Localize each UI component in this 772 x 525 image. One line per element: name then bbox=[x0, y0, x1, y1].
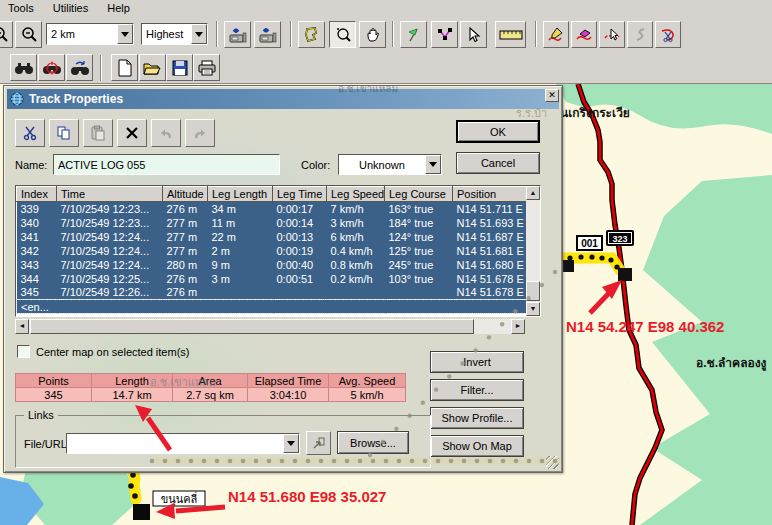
table-row[interactable]: 3417/10/2549 12:24...277 m22 m0:00:136 k… bbox=[17, 230, 528, 244]
track-select-tool-button[interactable] bbox=[599, 21, 625, 48]
column-header[interactable]: Position bbox=[453, 187, 528, 202]
map-region-tool-button[interactable] bbox=[298, 21, 325, 48]
center-map-checkbox[interactable] bbox=[17, 345, 30, 358]
track-join-tool-button[interactable] bbox=[627, 21, 653, 48]
waypoint-flag-tool-button[interactable] bbox=[400, 21, 427, 48]
track-points-table[interactable]: IndexTimeAltitudeLeg LengthLeg TimeLeg S… bbox=[16, 186, 528, 314]
cut-button[interactable] bbox=[15, 119, 45, 147]
track-draw-tool-button[interactable] bbox=[543, 21, 569, 48]
scale-dropdown-arrow[interactable] bbox=[117, 24, 133, 44]
delete-button[interactable] bbox=[117, 119, 147, 147]
village-label-box: ขนุนคลี่ bbox=[153, 491, 205, 506]
close-icon: ✕ bbox=[548, 90, 556, 100]
links-group-label: Links bbox=[24, 409, 58, 421]
map-scale-select[interactable]: 2 km bbox=[46, 23, 134, 45]
redo-button[interactable] bbox=[185, 119, 215, 147]
paste-button[interactable] bbox=[83, 119, 113, 147]
find-nearest-button[interactable] bbox=[38, 54, 65, 81]
color-dropdown-arrow[interactable] bbox=[425, 155, 441, 174]
map-detail-select[interactable]: Highest bbox=[141, 23, 208, 45]
undo-button[interactable] bbox=[151, 119, 181, 147]
pan-hand-tool-button[interactable] bbox=[359, 21, 386, 48]
color-select[interactable]: Unknown bbox=[338, 154, 442, 175]
filter-button[interactable]: Filter... bbox=[430, 379, 524, 401]
cut-icon bbox=[22, 125, 38, 141]
stats-value-cell: 345 bbox=[16, 388, 92, 402]
column-header[interactable]: Leg Time bbox=[273, 187, 327, 202]
menu-tools[interactable]: Tools bbox=[0, 0, 42, 14]
table-row[interactable]: 3427/10/2549 12:24...277 m2 m0:00:190.4 … bbox=[17, 244, 528, 258]
file-url-input[interactable] bbox=[66, 433, 300, 454]
zoom-out-button[interactable] bbox=[15, 21, 42, 48]
column-header[interactable]: Leg Speed bbox=[327, 187, 385, 202]
table-header-row: IndexTimeAltitudeLeg LengthLeg TimeLeg S… bbox=[17, 187, 528, 202]
vertical-scroll-thumb[interactable] bbox=[526, 281, 540, 301]
invert-button[interactable]: Invert bbox=[430, 351, 524, 373]
menu-help[interactable]: Help bbox=[99, 0, 138, 14]
ok-button[interactable]: OK bbox=[456, 120, 540, 143]
show-profile-button[interactable]: Show Profile... bbox=[430, 407, 524, 429]
selection-tool-button[interactable] bbox=[460, 21, 487, 48]
main-toolbar: Tools Utilities Help 2 km Highest bbox=[0, 0, 772, 84]
dialog-resize-grip[interactable] bbox=[546, 456, 559, 469]
print-button[interactable] bbox=[193, 54, 220, 81]
track-join-icon bbox=[631, 26, 649, 44]
stats-value-cell: 14.7 km bbox=[92, 388, 173, 402]
find-recent-button[interactable] bbox=[66, 54, 93, 81]
track-stats-table: PointsLengthAreaElapsed TimeAvg. Speed 3… bbox=[15, 373, 406, 402]
menu-utilities[interactable]: Utilities bbox=[45, 0, 96, 14]
table-row[interactable]: 3447/10/2549 12:25...276 m3 m0:00:510.2 … bbox=[17, 272, 528, 286]
download-device-icon bbox=[258, 25, 278, 45]
scroll-right-icon[interactable]: ► bbox=[511, 319, 525, 334]
column-header[interactable]: Index bbox=[17, 187, 57, 202]
track-name-input[interactable] bbox=[53, 154, 280, 175]
svg-text:ขนุนคลี่: ขนุนคลี่ bbox=[161, 491, 198, 506]
detail-dropdown-arrow[interactable] bbox=[191, 24, 207, 44]
table-vertical-scrollbar[interactable]: ▲ ▼ bbox=[526, 186, 540, 316]
table-row[interactable]: 3397/10/2549 12:23...276 m34 m0:00:177 k… bbox=[17, 202, 528, 216]
table-row[interactable]: 3437/10/2549 12:24...280 m9 m0:00:400.8 … bbox=[17, 258, 528, 272]
send-to-device-button[interactable] bbox=[224, 21, 251, 48]
file-url-dropdown-arrow[interactable] bbox=[283, 434, 299, 453]
show-on-map-button[interactable]: Show On Map bbox=[430, 435, 524, 457]
horizontal-scroll-thumb[interactable] bbox=[30, 319, 474, 334]
annotation-coord-right: N14 54.247 E98 40.362 bbox=[566, 318, 724, 335]
open-folder-icon bbox=[143, 60, 162, 76]
cancel-button[interactable]: Cancel bbox=[456, 152, 540, 174]
column-header[interactable]: Time bbox=[57, 187, 163, 202]
new-file-button[interactable] bbox=[111, 54, 138, 81]
table-horizontal-scrollbar[interactable]: ◄ ► bbox=[15, 319, 525, 334]
map-region-icon bbox=[303, 26, 321, 44]
zoom-in-button[interactable] bbox=[0, 21, 13, 48]
copy-button[interactable] bbox=[49, 119, 79, 147]
zoom-tool-button[interactable] bbox=[329, 21, 356, 48]
column-header[interactable]: Leg Length bbox=[208, 187, 273, 202]
receive-from-device-button[interactable] bbox=[254, 21, 281, 48]
stats-header-row: PointsLengthAreaElapsed TimeAvg. Speed bbox=[16, 374, 406, 388]
table-row[interactable]: 3407/10/2549 12:23...277 m11 m0:00:143 k… bbox=[17, 216, 528, 230]
scroll-down-icon[interactable]: ▼ bbox=[526, 302, 540, 316]
open-file-button[interactable] bbox=[139, 54, 166, 81]
scroll-up-icon[interactable]: ▲ bbox=[526, 186, 540, 200]
browse-button[interactable]: Browse... bbox=[337, 431, 409, 454]
column-header[interactable]: Altitude bbox=[163, 187, 208, 202]
find-button[interactable] bbox=[10, 54, 37, 81]
column-header[interactable]: Leg Course bbox=[385, 187, 453, 202]
track-table-body: 3397/10/2549 12:23...276 m34 m0:00:177 k… bbox=[17, 202, 528, 314]
dialog-title-bar[interactable]: Track Properties bbox=[7, 89, 559, 109]
open-link-button[interactable] bbox=[306, 431, 331, 455]
route-tool-button[interactable] bbox=[431, 21, 458, 48]
paste-icon bbox=[90, 125, 106, 141]
dialog-close-button[interactable]: ✕ bbox=[545, 89, 559, 102]
table-row[interactable]: 3457/10/2549 12:26...276 mN14 51.678 E bbox=[17, 286, 528, 300]
waypoint-square-right[interactable] bbox=[618, 268, 632, 281]
measure-tool-button[interactable] bbox=[495, 21, 526, 48]
new-file-icon bbox=[117, 59, 133, 77]
waypoint-square-bottom[interactable] bbox=[133, 504, 150, 520]
stats-header-cell: Area bbox=[173, 374, 248, 388]
table-end-row[interactable]: <en... bbox=[17, 300, 528, 314]
track-divide-tool-button[interactable] bbox=[655, 21, 681, 48]
track-erase-tool-button[interactable] bbox=[571, 21, 597, 48]
save-file-button[interactable] bbox=[166, 54, 193, 81]
scroll-left-icon[interactable]: ◄ bbox=[15, 319, 29, 334]
